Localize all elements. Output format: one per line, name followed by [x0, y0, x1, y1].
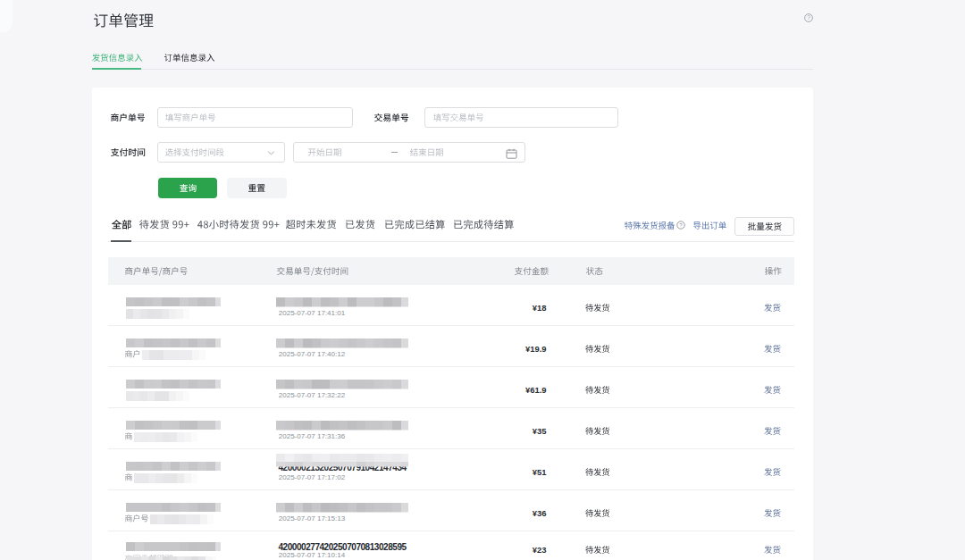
- svg-text:?: ?: [807, 14, 810, 21]
- svg-text:?: ?: [679, 221, 683, 228]
